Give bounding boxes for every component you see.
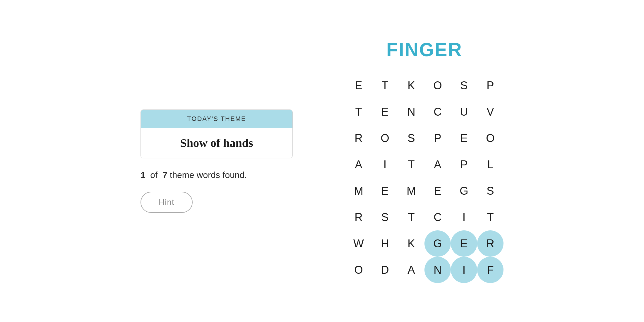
left-panel: TODAY'S THEME Show of hands 1 of 7 theme… xyxy=(141,109,293,213)
grid-cell[interactable]: E xyxy=(451,125,477,151)
grid-cell[interactable]: G xyxy=(451,178,477,204)
grid-cell[interactable]: V xyxy=(477,99,503,125)
grid-cell[interactable]: A xyxy=(424,151,451,178)
grid-cell[interactable]: O xyxy=(424,72,451,99)
grid-cell[interactable]: I xyxy=(451,257,477,283)
grid-cell[interactable]: T xyxy=(372,72,398,99)
grid-cell[interactable]: O xyxy=(345,257,372,283)
grid-cell[interactable]: P xyxy=(424,125,451,151)
grid-cell[interactable]: T xyxy=(398,204,424,230)
progress-text: 1 of 7 theme words found. xyxy=(141,170,247,180)
grid-cell[interactable]: R xyxy=(477,230,503,257)
grid-cell[interactable]: M xyxy=(398,178,424,204)
grid-cell[interactable]: P xyxy=(477,72,503,99)
grid-cell[interactable]: T xyxy=(398,151,424,178)
theme-header: TODAY'S THEME xyxy=(141,110,292,128)
grid-cell[interactable]: R xyxy=(345,125,372,151)
grid-cell[interactable]: S xyxy=(398,125,424,151)
grid-cell[interactable]: R xyxy=(345,204,372,230)
grid-cell[interactable]: A xyxy=(345,151,372,178)
grid-cell[interactable]: S xyxy=(477,178,503,204)
grid-cell[interactable]: E xyxy=(451,230,477,257)
grid-cell[interactable]: K xyxy=(398,72,424,99)
grid-cell[interactable]: I xyxy=(451,204,477,230)
progress-found: 1 xyxy=(141,170,145,180)
grid-cell[interactable]: I xyxy=(372,151,398,178)
hint-button[interactable]: Hint xyxy=(141,192,193,213)
grid-cell[interactable]: W xyxy=(345,230,372,257)
theme-title: Show of hands xyxy=(180,136,253,150)
puzzle-title: FINGER xyxy=(386,39,463,61)
grid-cell[interactable]: G xyxy=(424,230,451,257)
grid-cell[interactable]: S xyxy=(451,72,477,99)
grid-cell[interactable]: C xyxy=(424,204,451,230)
grid-cell[interactable]: F xyxy=(477,257,503,283)
grid-cell[interactable]: T xyxy=(345,99,372,125)
grid-cell[interactable]: U xyxy=(451,99,477,125)
progress-total: 7 xyxy=(162,170,167,180)
grid-cell[interactable]: O xyxy=(372,125,398,151)
grid-cell[interactable]: C xyxy=(424,99,451,125)
grid-cell[interactable]: E xyxy=(424,178,451,204)
right-panel: FINGER ETKOSPTENCUVROSPEOAITAPLMEMEGSRST… xyxy=(345,39,503,283)
grid-cell[interactable]: D xyxy=(372,257,398,283)
grid-cell[interactable]: E xyxy=(345,72,372,99)
grid-cell[interactable]: S xyxy=(372,204,398,230)
theme-body: Show of hands xyxy=(141,128,292,158)
theme-label: TODAY'S THEME xyxy=(187,115,246,122)
grid-cell[interactable]: A xyxy=(398,257,424,283)
progress-suffix: theme words found. xyxy=(170,170,247,180)
grid-cell[interactable]: N xyxy=(398,99,424,125)
grid-cell[interactable]: N xyxy=(424,257,451,283)
word-search-grid[interactable]: ETKOSPTENCUVROSPEOAITAPLMEMEGSRSTCITWHKG… xyxy=(345,72,503,283)
theme-card: TODAY'S THEME Show of hands xyxy=(141,109,293,158)
grid-cell[interactable]: T xyxy=(477,204,503,230)
grid-cell[interactable]: K xyxy=(398,230,424,257)
grid-cell[interactable]: E xyxy=(372,178,398,204)
grid-cell[interactable]: P xyxy=(451,151,477,178)
grid-cell[interactable]: E xyxy=(372,99,398,125)
main-container: TODAY'S THEME Show of hands 1 of 7 theme… xyxy=(0,0,644,322)
grid-cell[interactable]: L xyxy=(477,151,503,178)
grid-cell[interactable]: H xyxy=(372,230,398,257)
grid-cell[interactable]: O xyxy=(477,125,503,151)
grid-cell[interactable]: M xyxy=(345,178,372,204)
